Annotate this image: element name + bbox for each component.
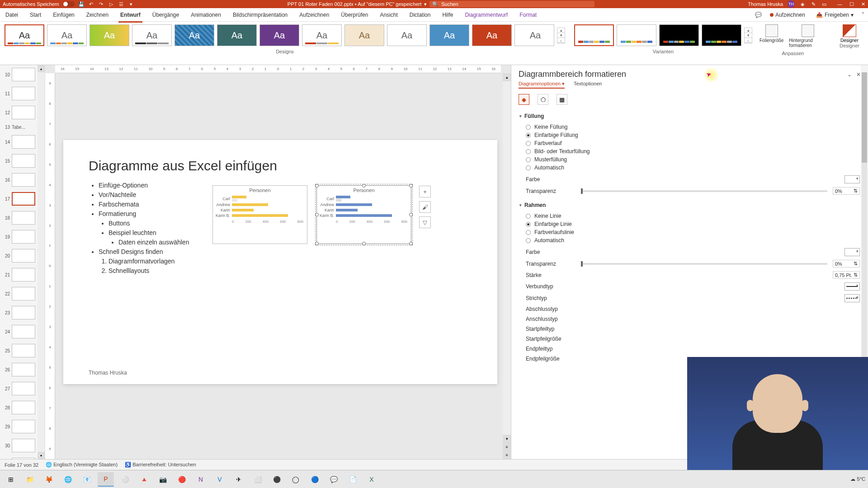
- undo-icon[interactable]: ↶: [88, 1, 94, 7]
- record-button[interactable]: Aufzeichnen: [767, 11, 808, 19]
- slide-panel-scrollbar[interactable]: ▴ ▾: [38, 65, 45, 459]
- slide-title[interactable]: Diagramme aus Excel einfügen: [89, 158, 472, 174]
- resize-handle[interactable]: [409, 213, 413, 216]
- taskbar-firefox-icon[interactable]: 🦊: [41, 472, 57, 487]
- theme-11[interactable]: Aa: [429, 24, 469, 46]
- qat-more-icon[interactable]: ▾: [128, 1, 134, 7]
- search-box[interactable]: 🔍 Suchen: [429, 1, 594, 7]
- resize-handle[interactable]: [362, 242, 366, 245]
- taskbar-app4-icon[interactable]: ⬜: [250, 472, 266, 487]
- save-icon[interactable]: 💾: [78, 1, 85, 7]
- start-show-icon[interactable]: ▷: [108, 1, 114, 7]
- theme-office[interactable]: Aa: [5, 24, 44, 46]
- section-border[interactable]: Rahmen: [519, 200, 860, 210]
- taskbar-app3-icon[interactable]: 🔴: [174, 472, 190, 487]
- fill-none[interactable]: Keine Füllung: [526, 123, 860, 131]
- tab-uebergaenge[interactable]: Übergänge: [151, 10, 181, 20]
- border-transp-slider[interactable]: [581, 263, 827, 265]
- language-status[interactable]: 🌐 Englisch (Vereinigte Staaten): [46, 462, 118, 468]
- tab-text-options[interactable]: Textoptionen: [574, 81, 602, 89]
- theme-12[interactable]: Aa: [472, 24, 512, 46]
- fill-pattern[interactable]: Musterfüllung: [526, 155, 860, 164]
- resize-handle[interactable]: [315, 242, 319, 245]
- variant-2[interactable]: [617, 24, 656, 46]
- border-none[interactable]: Keine Linie: [526, 212, 860, 220]
- taskbar-app7-icon[interactable]: 💬: [326, 472, 342, 487]
- pane-close-icon[interactable]: ✕: [856, 71, 861, 78]
- collapse-ribbon-icon[interactable]: ˅: [862, 12, 864, 18]
- taskbar-obs-icon[interactable]: ⚫: [269, 472, 285, 487]
- theme-13[interactable]: Aa: [514, 24, 554, 46]
- designer-button[interactable]: Designer: [840, 24, 859, 43]
- border-solid[interactable]: Einfarbige Linie: [526, 220, 860, 228]
- redo-icon[interactable]: ↷: [98, 1, 104, 7]
- tab-datei[interactable]: Datei: [4, 10, 20, 20]
- effects-icon[interactable]: ⬠: [538, 94, 548, 105]
- taskbar-telegram-icon[interactable]: ✈: [231, 472, 247, 487]
- comments-icon[interactable]: 💬: [755, 12, 762, 18]
- chart-filter-icon[interactable]: ▽: [419, 216, 431, 228]
- taskbar-outlook-icon[interactable]: 📧: [79, 472, 95, 487]
- diamond-icon[interactable]: ◈: [799, 1, 806, 7]
- taskbar-powerpoint-icon[interactable]: P: [98, 472, 114, 487]
- taskbar-chrome-icon[interactable]: 🌐: [60, 472, 76, 487]
- tab-animationen[interactable]: Animationen: [189, 10, 223, 20]
- prev-slide-icon[interactable]: ≡: [503, 443, 511, 451]
- theme-10[interactable]: Aa: [387, 24, 427, 46]
- theme-3[interactable]: Aa: [90, 24, 129, 46]
- taskbar-onenote-icon[interactable]: N: [193, 472, 209, 487]
- taskbar-vscode-icon[interactable]: V: [212, 472, 228, 487]
- border-transp-value[interactable]: 0%⇅: [833, 260, 860, 267]
- scroll-up-icon[interactable]: ▴: [503, 73, 511, 81]
- variant-1[interactable]: [574, 24, 614, 46]
- tab-start[interactable]: Start: [28, 10, 43, 20]
- taskbar-app5-icon[interactable]: ◯: [288, 472, 304, 487]
- format-background-button[interactable]: Hintergrund formatieren: [789, 24, 826, 48]
- maximize-icon[interactable]: ☐: [849, 1, 854, 7]
- border-width-value[interactable]: 0,75 Pt.⇅: [833, 271, 860, 279]
- tab-aufzeichnen[interactable]: Aufzeichnen: [297, 10, 331, 20]
- scroll-down-icon[interactable]: ▾: [38, 452, 45, 459]
- resize-handle[interactable]: [409, 184, 413, 188]
- close-icon[interactable]: ✕: [861, 1, 865, 7]
- fill-color-picker[interactable]: [844, 175, 860, 183]
- fill-picture[interactable]: Bild- oder Texturfüllung: [526, 147, 860, 155]
- taskbar-app8-icon[interactable]: 📄: [344, 472, 361, 487]
- chart-left[interactable]: Personen CarlAndrewKarinKarin B. 0200400…: [212, 185, 307, 244]
- chart-right[interactable]: Personen CarlAndrewKarinKarin B. 0200400…: [316, 185, 411, 244]
- next-slide-icon[interactable]: ≡: [503, 451, 511, 459]
- tab-entwurf[interactable]: Entwurf: [118, 10, 142, 20]
- chart-styles-icon[interactable]: 🖌: [419, 201, 431, 213]
- autosave-toggle[interactable]: [63, 1, 75, 7]
- theme-6[interactable]: Aa: [217, 24, 257, 46]
- touch-mode-icon[interactable]: ☰: [118, 1, 124, 7]
- size-props-icon[interactable]: ▦: [557, 94, 567, 105]
- chart-elements-icon[interactable]: +: [419, 186, 431, 197]
- theme-7[interactable]: Aa: [259, 24, 299, 46]
- tab-bildschirm[interactable]: Bildschirmpräsentation: [231, 10, 289, 20]
- border-auto[interactable]: Automatisch: [526, 236, 860, 244]
- scroll-down-icon[interactable]: ▾: [503, 435, 511, 443]
- tab-chart-options[interactable]: Diagrammoptionen ▾: [519, 81, 565, 89]
- theme-9[interactable]: Aa: [344, 24, 384, 46]
- variant-4[interactable]: [702, 24, 741, 46]
- fill-line-icon[interactable]: ◆: [519, 94, 529, 105]
- themes-expand[interactable]: ▴▾⌄: [557, 28, 565, 43]
- tab-einfuegen[interactable]: Einfügen: [51, 10, 76, 20]
- taskbar-app2-icon[interactable]: 📷: [155, 472, 171, 487]
- resize-handle[interactable]: [315, 213, 319, 216]
- tab-hilfe[interactable]: Hilfe: [440, 10, 455, 20]
- border-gradient[interactable]: Farbverlaufslinie: [526, 228, 860, 236]
- slide-counter[interactable]: Folie 17 von 32: [5, 462, 38, 468]
- taskbar-excel-icon[interactable]: X: [363, 472, 380, 487]
- user-avatar[interactable]: TH: [788, 0, 795, 8]
- border-compound-picker[interactable]: [844, 282, 860, 291]
- start-button[interactable]: ⊞: [3, 472, 19, 487]
- resize-handle[interactable]: [409, 242, 413, 245]
- taskbar-vlc-icon[interactable]: 🔺: [136, 472, 152, 487]
- tab-ueberpruefen[interactable]: Überprüfen: [339, 10, 370, 20]
- share-button[interactable]: 📤Freigeben▾: [813, 11, 856, 19]
- minimize-icon[interactable]: —: [837, 1, 842, 7]
- fill-solid[interactable]: Einfarbige Füllung: [526, 131, 860, 139]
- fill-gradient[interactable]: Farbverlauf: [526, 139, 860, 147]
